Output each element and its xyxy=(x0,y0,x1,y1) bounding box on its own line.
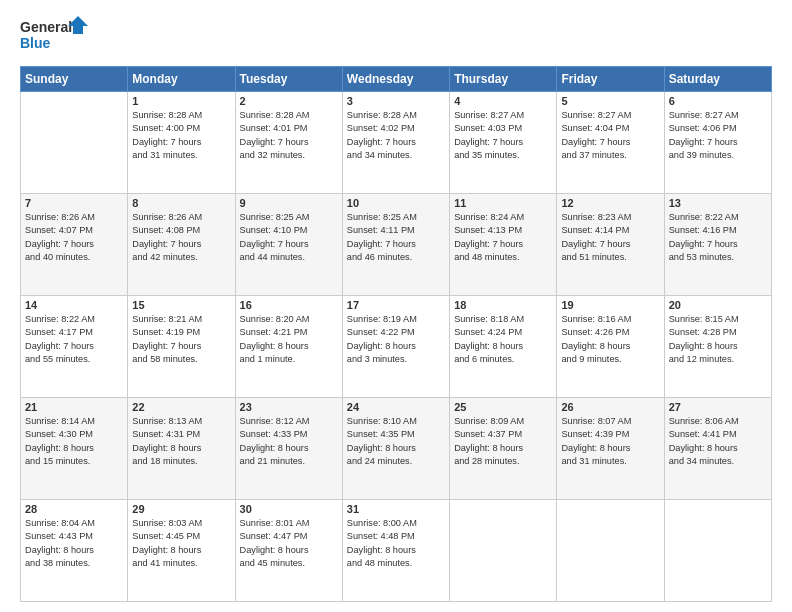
weekday-header-sunday: Sunday xyxy=(21,67,128,92)
day-info: Sunrise: 8:09 AMSunset: 4:37 PMDaylight:… xyxy=(454,415,552,468)
day-info: Sunrise: 8:26 AMSunset: 4:07 PMDaylight:… xyxy=(25,211,123,264)
calendar-cell xyxy=(450,500,557,602)
day-info: Sunrise: 8:28 AMSunset: 4:00 PMDaylight:… xyxy=(132,109,230,162)
calendar-cell: 17Sunrise: 8:19 AMSunset: 4:22 PMDayligh… xyxy=(342,296,449,398)
calendar-cell: 28Sunrise: 8:04 AMSunset: 4:43 PMDayligh… xyxy=(21,500,128,602)
calendar-cell xyxy=(664,500,771,602)
weekday-header-monday: Monday xyxy=(128,67,235,92)
calendar-cell xyxy=(557,500,664,602)
calendar-cell: 10Sunrise: 8:25 AMSunset: 4:11 PMDayligh… xyxy=(342,194,449,296)
day-number: 16 xyxy=(240,299,338,311)
calendar-cell: 8Sunrise: 8:26 AMSunset: 4:08 PMDaylight… xyxy=(128,194,235,296)
logo-svg: General Blue xyxy=(20,16,90,56)
day-info: Sunrise: 8:27 AMSunset: 4:03 PMDaylight:… xyxy=(454,109,552,162)
day-info: Sunrise: 8:07 AMSunset: 4:39 PMDaylight:… xyxy=(561,415,659,468)
day-number: 15 xyxy=(132,299,230,311)
day-number: 13 xyxy=(669,197,767,209)
calendar-cell: 30Sunrise: 8:01 AMSunset: 4:47 PMDayligh… xyxy=(235,500,342,602)
day-number: 29 xyxy=(132,503,230,515)
calendar-cell: 22Sunrise: 8:13 AMSunset: 4:31 PMDayligh… xyxy=(128,398,235,500)
day-info: Sunrise: 8:04 AMSunset: 4:43 PMDaylight:… xyxy=(25,517,123,570)
day-info: Sunrise: 8:14 AMSunset: 4:30 PMDaylight:… xyxy=(25,415,123,468)
day-number: 12 xyxy=(561,197,659,209)
day-number: 31 xyxy=(347,503,445,515)
day-info: Sunrise: 8:26 AMSunset: 4:08 PMDaylight:… xyxy=(132,211,230,264)
day-number: 27 xyxy=(669,401,767,413)
calendar-cell: 9Sunrise: 8:25 AMSunset: 4:10 PMDaylight… xyxy=(235,194,342,296)
day-info: Sunrise: 8:13 AMSunset: 4:31 PMDaylight:… xyxy=(132,415,230,468)
day-info: Sunrise: 8:25 AMSunset: 4:10 PMDaylight:… xyxy=(240,211,338,264)
day-info: Sunrise: 8:25 AMSunset: 4:11 PMDaylight:… xyxy=(347,211,445,264)
day-info: Sunrise: 8:27 AMSunset: 4:06 PMDaylight:… xyxy=(669,109,767,162)
day-number: 28 xyxy=(25,503,123,515)
day-number: 17 xyxy=(347,299,445,311)
logo: General Blue xyxy=(20,16,90,56)
day-info: Sunrise: 8:28 AMSunset: 4:02 PMDaylight:… xyxy=(347,109,445,162)
day-number: 7 xyxy=(25,197,123,209)
calendar-body: 1Sunrise: 8:28 AMSunset: 4:00 PMDaylight… xyxy=(21,92,772,602)
weekday-header-wednesday: Wednesday xyxy=(342,67,449,92)
day-number: 18 xyxy=(454,299,552,311)
calendar-cell: 18Sunrise: 8:18 AMSunset: 4:24 PMDayligh… xyxy=(450,296,557,398)
day-info: Sunrise: 8:22 AMSunset: 4:16 PMDaylight:… xyxy=(669,211,767,264)
day-info: Sunrise: 8:19 AMSunset: 4:22 PMDaylight:… xyxy=(347,313,445,366)
day-number: 20 xyxy=(669,299,767,311)
week-row-1: 1Sunrise: 8:28 AMSunset: 4:00 PMDaylight… xyxy=(21,92,772,194)
calendar-cell: 1Sunrise: 8:28 AMSunset: 4:00 PMDaylight… xyxy=(128,92,235,194)
calendar-cell: 13Sunrise: 8:22 AMSunset: 4:16 PMDayligh… xyxy=(664,194,771,296)
day-info: Sunrise: 8:23 AMSunset: 4:14 PMDaylight:… xyxy=(561,211,659,264)
week-row-5: 28Sunrise: 8:04 AMSunset: 4:43 PMDayligh… xyxy=(21,500,772,602)
calendar-cell xyxy=(21,92,128,194)
week-row-3: 14Sunrise: 8:22 AMSunset: 4:17 PMDayligh… xyxy=(21,296,772,398)
calendar-cell: 6Sunrise: 8:27 AMSunset: 4:06 PMDaylight… xyxy=(664,92,771,194)
day-info: Sunrise: 8:16 AMSunset: 4:26 PMDaylight:… xyxy=(561,313,659,366)
weekday-header-tuesday: Tuesday xyxy=(235,67,342,92)
calendar-cell: 31Sunrise: 8:00 AMSunset: 4:48 PMDayligh… xyxy=(342,500,449,602)
calendar-cell: 5Sunrise: 8:27 AMSunset: 4:04 PMDaylight… xyxy=(557,92,664,194)
calendar-cell: 24Sunrise: 8:10 AMSunset: 4:35 PMDayligh… xyxy=(342,398,449,500)
day-number: 10 xyxy=(347,197,445,209)
day-number: 8 xyxy=(132,197,230,209)
calendar-cell: 7Sunrise: 8:26 AMSunset: 4:07 PMDaylight… xyxy=(21,194,128,296)
day-info: Sunrise: 8:28 AMSunset: 4:01 PMDaylight:… xyxy=(240,109,338,162)
week-row-2: 7Sunrise: 8:26 AMSunset: 4:07 PMDaylight… xyxy=(21,194,772,296)
day-number: 9 xyxy=(240,197,338,209)
calendar-cell: 15Sunrise: 8:21 AMSunset: 4:19 PMDayligh… xyxy=(128,296,235,398)
day-number: 21 xyxy=(25,401,123,413)
calendar-cell: 11Sunrise: 8:24 AMSunset: 4:13 PMDayligh… xyxy=(450,194,557,296)
calendar-cell: 27Sunrise: 8:06 AMSunset: 4:41 PMDayligh… xyxy=(664,398,771,500)
calendar-cell: 2Sunrise: 8:28 AMSunset: 4:01 PMDaylight… xyxy=(235,92,342,194)
calendar-cell: 29Sunrise: 8:03 AMSunset: 4:45 PMDayligh… xyxy=(128,500,235,602)
day-info: Sunrise: 8:00 AMSunset: 4:48 PMDaylight:… xyxy=(347,517,445,570)
day-info: Sunrise: 8:24 AMSunset: 4:13 PMDaylight:… xyxy=(454,211,552,264)
weekday-header-thursday: Thursday xyxy=(450,67,557,92)
calendar-cell: 21Sunrise: 8:14 AMSunset: 4:30 PMDayligh… xyxy=(21,398,128,500)
day-number: 23 xyxy=(240,401,338,413)
weekday-header-saturday: Saturday xyxy=(664,67,771,92)
day-number: 24 xyxy=(347,401,445,413)
day-info: Sunrise: 8:27 AMSunset: 4:04 PMDaylight:… xyxy=(561,109,659,162)
day-number: 30 xyxy=(240,503,338,515)
day-number: 19 xyxy=(561,299,659,311)
day-number: 6 xyxy=(669,95,767,107)
day-info: Sunrise: 8:15 AMSunset: 4:28 PMDaylight:… xyxy=(669,313,767,366)
day-info: Sunrise: 8:06 AMSunset: 4:41 PMDaylight:… xyxy=(669,415,767,468)
calendar-table: SundayMondayTuesdayWednesdayThursdayFrid… xyxy=(20,66,772,602)
day-number: 14 xyxy=(25,299,123,311)
day-number: 4 xyxy=(454,95,552,107)
day-number: 11 xyxy=(454,197,552,209)
day-number: 22 xyxy=(132,401,230,413)
day-info: Sunrise: 8:10 AMSunset: 4:35 PMDaylight:… xyxy=(347,415,445,468)
calendar-cell: 12Sunrise: 8:23 AMSunset: 4:14 PMDayligh… xyxy=(557,194,664,296)
weekday-header-row: SundayMondayTuesdayWednesdayThursdayFrid… xyxy=(21,67,772,92)
day-info: Sunrise: 8:18 AMSunset: 4:24 PMDaylight:… xyxy=(454,313,552,366)
weekday-header-friday: Friday xyxy=(557,67,664,92)
day-info: Sunrise: 8:03 AMSunset: 4:45 PMDaylight:… xyxy=(132,517,230,570)
day-info: Sunrise: 8:20 AMSunset: 4:21 PMDaylight:… xyxy=(240,313,338,366)
day-info: Sunrise: 8:22 AMSunset: 4:17 PMDaylight:… xyxy=(25,313,123,366)
calendar-cell: 26Sunrise: 8:07 AMSunset: 4:39 PMDayligh… xyxy=(557,398,664,500)
svg-text:General: General xyxy=(20,19,72,35)
day-number: 1 xyxy=(132,95,230,107)
svg-text:Blue: Blue xyxy=(20,35,51,51)
week-row-4: 21Sunrise: 8:14 AMSunset: 4:30 PMDayligh… xyxy=(21,398,772,500)
